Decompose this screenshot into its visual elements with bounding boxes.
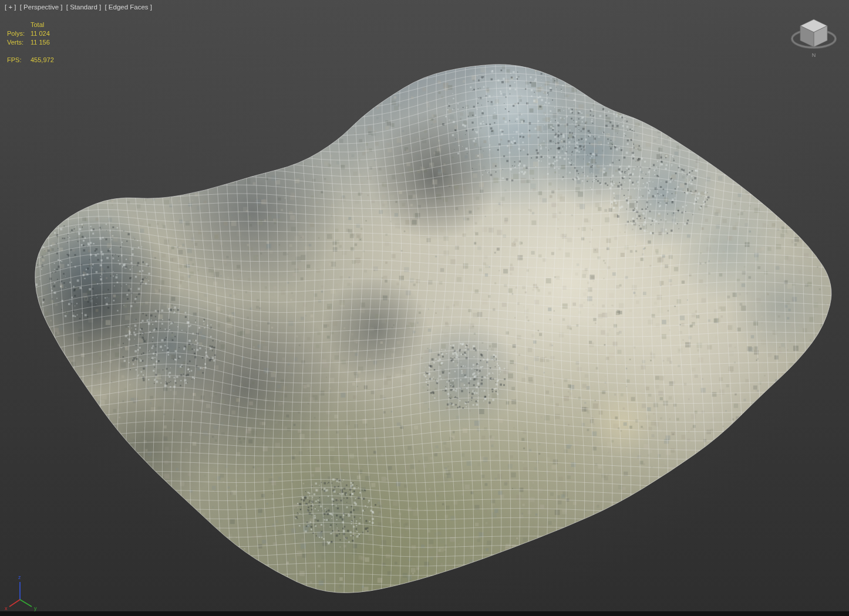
viewcube-icon: N [788, 11, 840, 62]
verts-value: 11 156 [31, 38, 50, 47]
viewport-menu-style[interactable]: [ Standard ] [66, 4, 101, 11]
stats-header: Total [31, 21, 44, 29]
fps-value: 455,972 [31, 56, 54, 65]
rock-mesh-model[interactable] [0, 0, 849, 616]
fps-label: FPS: [7, 56, 31, 65]
viewcube-north-label: N [812, 52, 816, 58]
axis-z-label: z [18, 574, 21, 580]
viewcube[interactable]: N [788, 11, 840, 62]
statistics-overlay: . Total Polys: 11 024 Verts: 11 156 FPS:… [7, 21, 54, 65]
polys-label: Polys: [7, 29, 31, 38]
polys-value: 11 024 [31, 29, 50, 38]
perspective-viewport: [ + ] [ Perspective ] [ Standard ] [ Edg… [0, 0, 849, 616]
viewport-label-bar: [ + ] [ Perspective ] [ Standard ] [ Edg… [5, 4, 154, 11]
world-axis-gizmo: z x y [2, 571, 43, 612]
verts-label: Verts: [7, 38, 31, 47]
viewport-menu-general[interactable]: [ + ] [5, 4, 16, 11]
axis-y-label: y [34, 605, 37, 611]
world-axis-icon: z x y [2, 571, 43, 612]
window-edge [0, 611, 849, 616]
viewport-menu-pov[interactable]: [ Perspective ] [20, 4, 63, 11]
axis-x-label: x [5, 605, 8, 611]
viewport-menu-shading[interactable]: [ Edged Faces ] [105, 4, 152, 11]
